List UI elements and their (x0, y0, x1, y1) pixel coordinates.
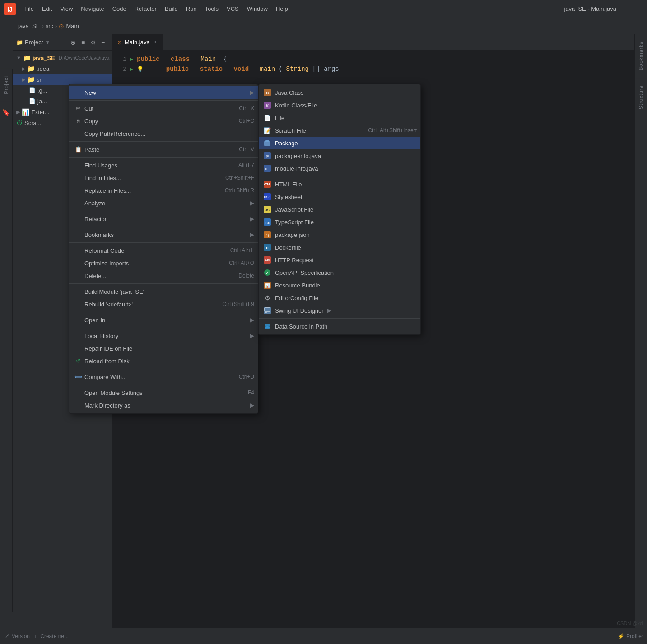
tree-item-src[interactable]: ▶ 📁 sr (13, 74, 112, 85)
breadcrumb-bar: java_SE › src › ⊙ Main (0, 18, 647, 34)
ctx-item-optimize[interactable]: Optimize Imports Ctrl+Alt+O (69, 257, 258, 269)
ctx-item-copy-path[interactable]: Copy Path/Reference... (69, 127, 258, 140)
run-btn-1[interactable]: ▶ (130, 56, 133, 63)
run-btn-2[interactable]: ▶ (130, 66, 133, 73)
sidebar-tab-project[interactable]: Project (0, 69, 12, 102)
sub-item-scratch[interactable]: 📝 Scratch File Ctrl+Alt+Shift+Insert (259, 124, 420, 137)
svg-text:K: K (266, 103, 269, 108)
sub-item-http-request[interactable]: API HTTP Request (259, 254, 420, 266)
menu-code[interactable]: Code (109, 4, 130, 14)
tree-item-idea[interactable]: ▶ 📁 .idea (13, 63, 112, 74)
breadcrumb-main[interactable]: Main (66, 23, 79, 29)
menu-vcs[interactable]: VCS (223, 4, 242, 14)
right-sidebar: Bookmarks Structure (634, 34, 647, 628)
ctx-refactor-label: Refactor (84, 216, 246, 222)
ctx-rebuild-label: Rebuild '<default>' (84, 301, 219, 308)
sub-item-module-info[interactable]: mi module-info.java (259, 162, 420, 175)
ctx-bookmarks-label: Bookmarks (84, 232, 246, 238)
ctx-markdir-label: Mark Directory as (84, 402, 246, 409)
menu-tools[interactable]: Tools (201, 4, 222, 14)
sub-item-html[interactable]: HTML HTML File (259, 178, 420, 190)
menu-edit[interactable]: Edit (38, 4, 56, 14)
menu-build[interactable]: Build (161, 4, 182, 14)
sub-item-java-class[interactable]: C Java Class (259, 86, 420, 99)
sub-item-kotlin[interactable]: K Kotlin Class/File (259, 99, 420, 111)
external-label: Exter... (31, 109, 49, 116)
sidebar-tab-bookmarks[interactable]: Bookmarks (635, 34, 647, 78)
ctx-item-analyze[interactable]: Analyze ▶ (69, 197, 258, 209)
sub-datasource-label: Data Source in Path (275, 323, 327, 330)
ctx-item-paste[interactable]: 📋 Paste Ctrl+V (69, 143, 258, 156)
sub-item-typescript[interactable]: TS TypeScript File (259, 216, 420, 228)
sub-item-package[interactable]: Package (259, 137, 420, 149)
sub-item-stylesheet[interactable]: CSS Stylesheet (259, 190, 420, 203)
ctx-item-open-in[interactable]: Open In ▶ (69, 314, 258, 326)
toolbar-btn-locate[interactable]: ⊕ (68, 37, 78, 47)
ctx-item-find-usages[interactable]: Find Usages Alt+F7 (69, 159, 258, 171)
ctx-item-cut[interactable]: ✂ Cut Ctrl+X (69, 102, 258, 115)
ctx-replacefiles-icon (74, 187, 82, 194)
ctx-item-compare[interactable]: ⟺ Compare With... Ctrl+D (69, 371, 258, 383)
sidebar-bookmark-icon[interactable]: 🔖 (2, 105, 10, 120)
ctx-item-module-settings[interactable]: Open Module Settings F4 (69, 386, 258, 399)
breadcrumb-src[interactable]: src (46, 23, 53, 29)
ctx-item-refactor[interactable]: Refactor ▶ (69, 213, 258, 225)
bulb-icon[interactable]: 💡 (137, 66, 144, 73)
sub-item-datasource[interactable]: Data Source in Path (259, 320, 420, 333)
sub-swing-arrow: ▶ (327, 307, 331, 314)
project-folder-icon: 📁 (16, 39, 23, 46)
ctx-new-label: New (84, 89, 246, 96)
sub-item-file[interactable]: 📄 File (259, 111, 420, 124)
tab-main-java[interactable]: ⊙ Main.java ✕ (112, 34, 163, 51)
svg-text:📊: 📊 (265, 283, 270, 288)
ctx-item-reformat[interactable]: Reformat Code Ctrl+Alt+L (69, 244, 258, 257)
sub-scratch-label: Scratch File (275, 127, 306, 134)
tab-close-btn[interactable]: ✕ (153, 39, 157, 45)
sub-item-javascript[interactable]: JS JavaScript File (259, 203, 420, 216)
ctx-item-local-history[interactable]: Local History ▶ (69, 329, 258, 342)
sub-item-openapi[interactable]: ✓ OpenAPI Specification (259, 266, 420, 279)
sub-item-editorconfig[interactable]: ⚙ EditorConfig File (259, 292, 420, 304)
toolbar-btn-collapse[interactable]: ≡ (78, 37, 88, 47)
sub-item-resource[interactable]: 📊 Resource Bundle (259, 279, 420, 292)
project-dropdown-icon[interactable]: ▼ (45, 39, 50, 46)
sub-ts-label: TypeScript File (275, 219, 314, 226)
sub-item-dockerfile[interactable]: D Dockerfile (259, 241, 420, 254)
menu-navigate[interactable]: Navigate (77, 4, 107, 14)
sub-item-swing[interactable]: Swing UI Designer ▶ (259, 304, 420, 317)
ctx-item-find-files[interactable]: Find in Files... Ctrl+Shift+F (69, 171, 258, 184)
ctx-item-delete[interactable]: Delete... Delete (69, 269, 258, 282)
menu-refactor[interactable]: Refactor (131, 4, 160, 14)
ctx-item-bookmarks[interactable]: Bookmarks ▶ (69, 228, 258, 241)
root-path: D:\OwnCode\Java\java_SE (59, 55, 112, 60)
menu-help[interactable]: Help (272, 4, 292, 14)
sub-item-package-info[interactable]: pi package-info.java (259, 149, 420, 162)
sidebar-tab-structure[interactable]: Structure (635, 78, 647, 116)
ctx-item-replace-files[interactable]: Replace in Files... Ctrl+Shift+R (69, 184, 258, 197)
tree-item-root[interactable]: ▼ 📁 java_SE D:\OwnCode\Java\java_SE (13, 52, 112, 63)
ctx-item-build-module[interactable]: Build Module 'java_SE' (69, 285, 258, 298)
g-label: .g... (37, 87, 47, 94)
bottom-create-new[interactable]: □ Create ne... (35, 633, 69, 639)
ctx-item-new[interactable]: New ▶ (69, 86, 258, 99)
ctx-localhistory-icon (74, 332, 82, 339)
sub-java-class-label: Java Class (275, 89, 304, 96)
bottom-profiler[interactable]: ⚡ Profiler (618, 633, 643, 639)
sub-packageinfo-label: package-info.java (275, 153, 321, 159)
toolbar-btn-hide[interactable]: − (98, 37, 108, 47)
menu-run[interactable]: Run (182, 4, 200, 14)
ctx-item-mark-dir[interactable]: Mark Directory as ▶ (69, 399, 258, 412)
breadcrumb-java-se[interactable]: java_SE (18, 23, 40, 29)
menu-file[interactable]: File (21, 4, 37, 14)
toolbar-btn-options[interactable]: ⚙ (88, 37, 98, 47)
menu-window[interactable]: Window (243, 4, 271, 14)
bottom-version-control[interactable]: ⎇ Version (4, 633, 30, 639)
ctx-item-reload[interactable]: ↺ Reload from Disk (69, 355, 258, 367)
sub-http-icon: API (263, 256, 271, 264)
sub-js-icon: JS (263, 205, 271, 213)
ctx-item-repair-ide[interactable]: Repair IDE on File (69, 342, 258, 355)
sub-item-packagejson[interactable]: { } package.json (259, 228, 420, 241)
ctx-item-rebuild[interactable]: Rebuild '<default>' Ctrl+Shift+F9 (69, 298, 258, 310)
ctx-item-copy[interactable]: ⎘ Copy Ctrl+C (69, 115, 258, 127)
menu-view[interactable]: View (56, 4, 76, 14)
